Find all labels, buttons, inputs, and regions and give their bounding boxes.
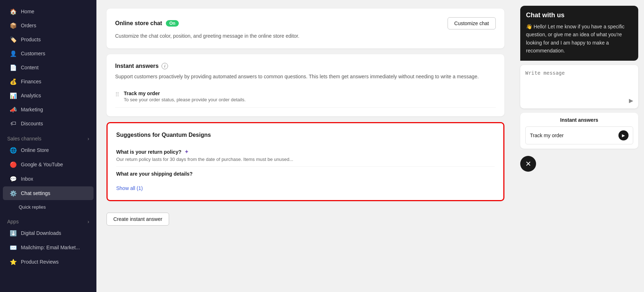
- instant-answers-description: Support customers proactively by providi…: [115, 73, 496, 80]
- mailchimp-icon: ✉️: [10, 244, 17, 251]
- sidebar-item-content-label: Content: [21, 65, 38, 70]
- product-reviews-icon: ⭐: [10, 259, 17, 265]
- sidebar-item-digital-downloads-label: Digital Downloads: [21, 230, 61, 236]
- content-icon: 📄: [10, 64, 17, 71]
- customize-chat-button[interactable]: Customize chat: [448, 17, 496, 29]
- sidebar-item-content[interactable]: 📄 Content: [3, 61, 94, 74]
- track-order-desc: To see your order status, please provide…: [124, 97, 246, 102]
- sidebar-item-home[interactable]: 🏠 Home: [3, 5, 94, 18]
- online-store-chat-description: Customize the chat color, position, and …: [115, 32, 496, 40]
- sidebar-item-marketing[interactable]: 📣 Marketing: [3, 103, 94, 116]
- chat-settings-icon: ⚙️: [10, 190, 17, 196]
- return-policy-question: What is your return policy?: [116, 149, 181, 155]
- ai-sparkle-icon: ✦: [184, 148, 189, 155]
- analytics-icon: 📊: [10, 92, 17, 99]
- sidebar-item-google-youtube-label: Google & YouTube: [21, 162, 63, 167]
- sidebar-item-finances[interactable]: 💰 Finances: [3, 75, 94, 88]
- chat-send-button[interactable]: ►: [627, 97, 635, 105]
- chat-input-area: ►: [520, 65, 638, 108]
- sidebar-item-inbox[interactable]: 💬 Inbox: [3, 172, 94, 186]
- online-store-chat-title: Online store chat: [115, 20, 162, 27]
- sidebar-item-quick-replies-label: Quick replies: [19, 204, 46, 210]
- digital-downloads-icon: ⬇️: [10, 230, 17, 236]
- sidebar-item-products[interactable]: 🏷️ Products: [3, 33, 94, 46]
- chat-bubble: Chat with us 👋 Hello! Let me know if you…: [520, 6, 638, 61]
- sidebar-item-quick-replies[interactable]: Quick replies: [3, 201, 94, 213]
- instant-answers-preview-label: Instant answers: [525, 117, 633, 123]
- show-all-link[interactable]: Show all (1): [116, 185, 143, 191]
- sidebar-item-inbox-label: Inbox: [21, 176, 33, 182]
- marketing-icon: 📣: [10, 106, 17, 113]
- close-chat-button[interactable]: ✕: [520, 156, 536, 172]
- content-area: Online store chat On Customize chat Cust…: [96, 0, 514, 292]
- suggestions-title: Suggestions for Quantum Designs: [116, 132, 495, 138]
- sidebar-item-home-label: Home: [21, 9, 34, 14]
- chat-bubble-title: Chat with us: [526, 11, 632, 19]
- sidebar-item-orders-label: Orders: [21, 23, 36, 28]
- return-policy-answer: Our return policy lasts for 30 days from…: [116, 157, 495, 162]
- sales-channels-section: Sales channels ›: [0, 131, 96, 143]
- sidebar-item-google-youtube[interactable]: 🔴 Google & YouTube: [3, 158, 94, 171]
- sidebar-item-discounts[interactable]: 🏷 Discounts: [3, 117, 94, 130]
- orders-icon: 📦: [10, 22, 17, 29]
- online-store-chat-card: Online store chat On Customize chat Cust…: [106, 9, 504, 48]
- sidebar-item-orders[interactable]: 📦 Orders: [3, 19, 94, 32]
- track-order-row: ⠿ Track my order To see your order statu…: [115, 85, 496, 108]
- chat-preview-panel: Chat with us 👋 Hello! Let me know if you…: [514, 0, 644, 292]
- finances-icon: 💰: [10, 78, 17, 85]
- sidebar-item-chat-settings-label: Chat settings: [21, 190, 50, 196]
- instant-answers-title: Instant answers: [115, 63, 159, 69]
- suggestion-shipping: What are your shipping details?: [116, 167, 495, 181]
- shipping-question: What are your shipping details?: [116, 171, 192, 177]
- main-content: Online store chat On Customize chat Cust…: [96, 0, 514, 292]
- chat-instant-answers-section: Instant answers Track my order ►: [520, 113, 638, 149]
- sidebar-item-online-store[interactable]: 🌐 Online Store: [3, 143, 94, 157]
- apps-section: Apps ›: [0, 214, 96, 226]
- chat-message-input[interactable]: [520, 65, 638, 94]
- sidebar-item-chat-settings[interactable]: ⚙️ Chat settings: [3, 186, 94, 200]
- products-icon: 🏷️: [10, 36, 17, 43]
- track-order-instant-row[interactable]: Track my order ►: [525, 126, 633, 144]
- sidebar-item-marketing-label: Marketing: [21, 107, 43, 112]
- sidebar-item-discounts-label: Discounts: [21, 121, 43, 126]
- sidebar-item-customers[interactable]: 👤 Customers: [3, 47, 94, 60]
- sidebar-item-mailchimp-label: Mailchimp: Email Market...: [21, 245, 80, 250]
- discounts-icon: 🏷: [10, 120, 17, 127]
- sidebar-item-mailchimp[interactable]: ✉️ Mailchimp: Email Market...: [3, 241, 94, 254]
- create-instant-answer-button[interactable]: Create instant answer: [106, 213, 169, 226]
- sidebar-item-analytics-label: Analytics: [21, 93, 41, 98]
- sidebar-item-product-reviews[interactable]: ⭐ Product Reviews: [3, 255, 94, 269]
- google-youtube-icon: 🔴: [10, 161, 17, 168]
- track-order-send-icon[interactable]: ►: [618, 130, 629, 140]
- customers-icon: 👤: [10, 50, 17, 57]
- sidebar-item-product-reviews-label: Product Reviews: [21, 259, 59, 265]
- sidebar-item-digital-downloads[interactable]: ⬇️ Digital Downloads: [3, 226, 94, 240]
- online-chat-badge: On: [166, 20, 179, 27]
- home-icon: 🏠: [10, 8, 17, 15]
- sidebar-item-products-label: Products: [21, 37, 41, 42]
- online-store-icon: 🌐: [10, 147, 17, 153]
- suggestion-return-policy: What is your return policy? ✦ Our return…: [116, 144, 495, 167]
- instant-answers-info-icon[interactable]: i: [162, 63, 168, 69]
- sidebar-item-analytics[interactable]: 📊 Analytics: [3, 89, 94, 102]
- sidebar-item-finances-label: Finances: [21, 79, 41, 84]
- sidebar: 🏠 Home 📦 Orders 🏷️ Products 👤 Customers …: [0, 0, 96, 292]
- sidebar-item-customers-label: Customers: [21, 51, 45, 56]
- suggestions-card: Suggestions for Quantum Designs What is …: [106, 122, 504, 201]
- drag-handle-icon[interactable]: ⠿: [115, 91, 119, 98]
- track-order-title: Track my order: [124, 91, 246, 96]
- inbox-icon: 💬: [10, 176, 17, 182]
- track-order-instant-label: Track my order: [530, 133, 564, 138]
- instant-answers-card: Instant answers i Support customers proa…: [106, 54, 504, 116]
- sidebar-item-online-store-label: Online Store: [21, 147, 49, 153]
- chat-bubble-greeting: 👋 Hello! Let me know if you have a speci…: [526, 23, 632, 55]
